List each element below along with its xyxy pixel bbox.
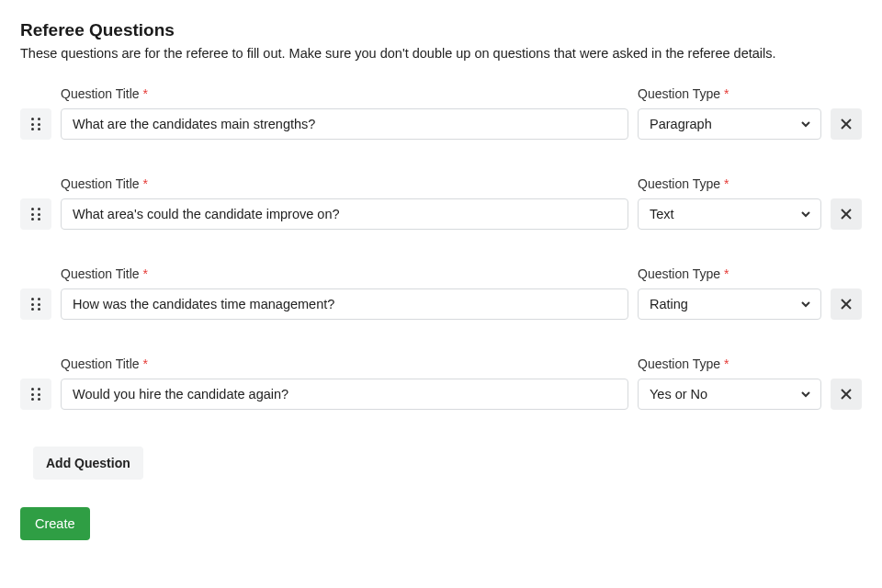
question-row: Question Title *Question Type *Paragraph… <box>20 86 862 140</box>
question-type-label: Question Type * <box>638 176 821 191</box>
create-button[interactable]: Create <box>20 507 90 540</box>
drag-handle-icon[interactable] <box>20 198 51 230</box>
question-type-select[interactable]: ParagraphTextRatingYes or No <box>638 379 821 410</box>
question-type-select[interactable]: ParagraphTextRatingYes or No <box>638 288 821 320</box>
question-type-label: Question Type * <box>638 266 821 281</box>
question-type-select[interactable]: ParagraphTextRatingYes or No <box>638 108 821 140</box>
question-title-input[interactable] <box>61 198 628 230</box>
question-title-input[interactable] <box>61 379 628 410</box>
delete-question-button[interactable] <box>831 198 862 230</box>
question-type-label: Question Type * <box>638 356 821 371</box>
question-type-label: Question Type * <box>638 86 821 101</box>
question-type-select[interactable]: ParagraphTextRatingYes or No <box>638 198 821 230</box>
close-icon <box>841 209 852 220</box>
question-row: Question Title *Question Type *Paragraph… <box>20 266 862 320</box>
delete-question-button[interactable] <box>831 108 862 140</box>
question-title-label: Question Title * <box>61 86 628 101</box>
question-title-label: Question Title * <box>61 176 628 191</box>
delete-question-button[interactable] <box>831 288 862 320</box>
close-icon <box>841 299 852 310</box>
page-title: Referee Questions <box>20 20 862 40</box>
question-title-label: Question Title * <box>61 266 628 281</box>
question-title-input[interactable] <box>61 288 628 320</box>
delete-question-button[interactable] <box>831 379 862 410</box>
close-icon <box>841 389 852 400</box>
question-row: Question Title *Question Type *Paragraph… <box>20 176 862 230</box>
question-row: Question Title *Question Type *Paragraph… <box>20 356 862 410</box>
drag-handle-icon[interactable] <box>20 288 51 320</box>
drag-handle-icon[interactable] <box>20 379 51 410</box>
question-title-label: Question Title * <box>61 356 628 371</box>
drag-handle-icon[interactable] <box>20 108 51 140</box>
add-question-button[interactable]: Add Question <box>33 447 143 480</box>
close-icon <box>841 119 852 130</box>
question-title-input[interactable] <box>61 108 628 140</box>
page-subtitle: These questions are for the referee to f… <box>20 46 862 61</box>
